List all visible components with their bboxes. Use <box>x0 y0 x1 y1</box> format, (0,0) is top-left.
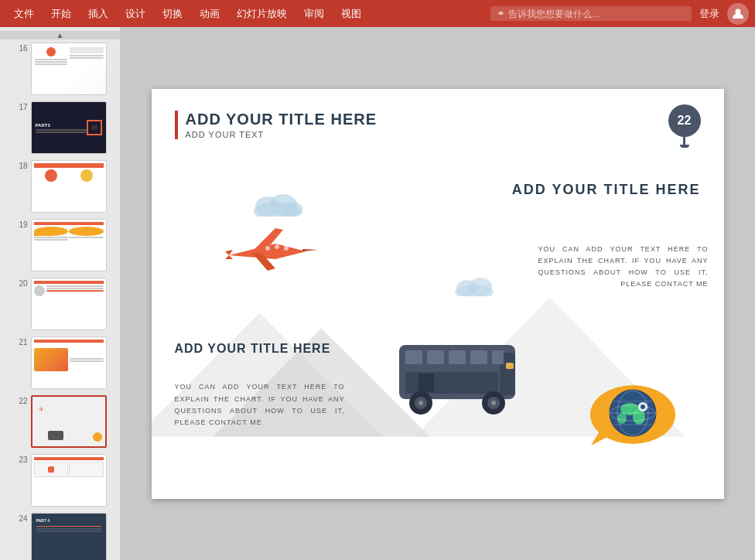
svg-point-10 <box>284 246 289 251</box>
globe-icon <box>577 380 678 453</box>
left-body-text: YOU CAN ADD YOUR TEXT HERE TO EXPLAIN TH… <box>175 381 345 429</box>
menu-file[interactable]: 文件 <box>6 4 42 24</box>
menu-slideshow[interactable]: 幻灯片放映 <box>229 4 295 24</box>
slide-num-21: 21 <box>14 336 28 347</box>
slide-preview-18 <box>31 160 107 213</box>
slide-preview-21 <box>31 336 107 389</box>
scroll-up-button[interactable]: ▲ <box>0 31 120 39</box>
slide-num-22: 22 <box>14 395 28 405</box>
menubar-right: 登录 <box>699 3 749 25</box>
slide-preview-23 <box>31 454 107 507</box>
svg-rect-16 <box>470 350 487 364</box>
airplane-icon <box>221 213 322 290</box>
menu-design[interactable]: 设计 <box>118 4 153 24</box>
slide-preview-20 <box>31 278 107 330</box>
menu-items: 文件 开始 插入 设计 切换 动画 幻灯片放映 审阅 视图 <box>6 4 483 24</box>
user-avatar[interactable] <box>727 3 749 25</box>
search-input[interactable] <box>508 9 685 19</box>
slide-preview-16 <box>31 43 107 95</box>
menu-review[interactable]: 审阅 <box>296 4 332 24</box>
svg-point-39 <box>641 405 645 409</box>
slide-preview-22: ✈ <box>31 395 107 448</box>
slide-preview-19 <box>31 219 107 271</box>
slide-thumb-16[interactable]: 16 <box>14 43 107 95</box>
slide-num-23: 23 <box>14 454 28 464</box>
content-area: ADD YOUR TITLE HERE ADD YOUR TEXT 22 <box>120 27 755 560</box>
svg-rect-19 <box>418 374 434 392</box>
sidebar: ▲ 16 <box>0 27 120 560</box>
svg-rect-17 <box>492 350 504 364</box>
menu-view[interactable]: 视图 <box>333 4 369 24</box>
bus-container <box>391 333 523 422</box>
pin-foot <box>680 145 689 148</box>
slide-thumb-22[interactable]: 22 ✈ <box>14 395 107 448</box>
svg-point-7 <box>469 278 492 296</box>
slide-subtitle: ADD YOUR TEXT <box>186 130 378 139</box>
slide-thumb-20[interactable]: 20 <box>14 278 107 330</box>
svg-point-8 <box>265 246 270 251</box>
bus-icon <box>391 333 523 418</box>
slide-thumb-21[interactable]: 21 <box>14 336 107 389</box>
login-button[interactable]: 登录 <box>699 7 719 21</box>
svg-rect-15 <box>449 350 466 364</box>
svg-point-9 <box>275 244 279 249</box>
slide-thumb-23[interactable]: 23 <box>14 454 107 507</box>
slide-num-20: 20 <box>14 278 28 288</box>
svg-point-26 <box>491 401 496 405</box>
menu-animation[interactable]: 动画 <box>192 4 227 24</box>
slide-thumb-19[interactable]: 19 <box>14 219 107 271</box>
menubar: 文件 开始 插入 设计 切换 动画 幻灯片放映 审阅 视图 ⚭ 登录 <box>0 0 755 27</box>
svg-rect-13 <box>405 350 422 364</box>
slide-thumb-24[interactable]: 24 PART 4 <box>14 513 107 560</box>
slide-num-19: 19 <box>14 219 28 229</box>
left-bottom-title: ADD YOUR TITLE HERE <box>175 342 331 356</box>
svg-rect-20 <box>506 363 514 369</box>
cloud-2 <box>453 275 496 299</box>
menu-start[interactable]: 开始 <box>43 4 79 24</box>
right-title: ADD YOUR TITLE HERE <box>512 182 701 198</box>
menu-insert[interactable]: 插入 <box>80 4 116 24</box>
slide-num-17: 17 <box>14 101 28 111</box>
pin-circle: 22 <box>668 104 701 137</box>
slide-thumb-17[interactable]: 17 PART3 <box>14 101 107 154</box>
slide-num-18: 18 <box>14 160 28 170</box>
pin-stem <box>683 137 685 145</box>
slide-thumb-18[interactable]: 18 <box>14 160 107 213</box>
menu-switch[interactable]: 切换 <box>155 4 190 24</box>
slide-num-16: 16 <box>14 43 28 53</box>
slide-preview-24: PART 4 <box>31 513 107 560</box>
pin-badge: 22 <box>668 104 701 148</box>
svg-rect-14 <box>427 350 444 364</box>
svg-point-31 <box>633 409 645 425</box>
globe-container <box>577 380 678 456</box>
airplane-container <box>221 213 322 293</box>
slide-title-block: ADD YOUR TITLE HERE ADD YOUR TEXT <box>175 111 378 139</box>
right-body-text: YOU CAN ADD YOUR TEXT HERE TO EXPLAIN TH… <box>538 244 709 291</box>
slide-num-24: 24 <box>14 513 28 523</box>
svg-point-23 <box>418 401 423 405</box>
main-layout: ▲ 16 <box>0 27 755 560</box>
search-bar[interactable]: ⚭ <box>490 6 692 21</box>
right-title-text: ADD YOUR TITLE HERE <box>512 182 701 198</box>
slide-preview-17: PART3 <box>31 101 107 154</box>
slide-title: ADD YOUR TITLE HERE <box>186 111 378 128</box>
main-slide[interactable]: ADD YOUR TITLE HERE ADD YOUR TEXT 22 <box>152 89 724 499</box>
